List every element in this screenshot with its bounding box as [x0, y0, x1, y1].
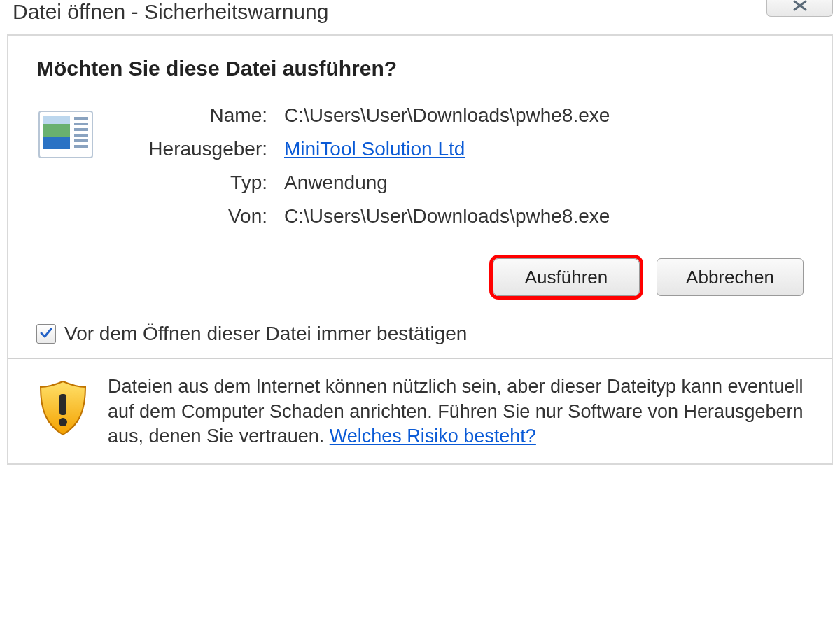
close-icon	[790, 0, 810, 15]
run-button[interactable]: Ausführen	[493, 258, 640, 296]
always-ask-label: Vor dem Öffnen dieser Datei immer bestät…	[64, 323, 467, 345]
label-publisher: Herausgeber:	[113, 138, 267, 160]
dialog-heading: Möchten Sie diese Datei ausführen?	[36, 57, 811, 80]
svg-rect-7	[74, 134, 88, 136]
label-from: Von:	[113, 205, 267, 227]
label-name: Name:	[113, 104, 267, 127]
warning-text: Dateien aus dem Internet können nützlich…	[108, 374, 804, 449]
publisher-link[interactable]: MiniTool Solution Ltd	[284, 138, 465, 160]
button-row: Ausführen Abbrechen	[29, 258, 804, 296]
svg-rect-8	[74, 139, 88, 142]
file-info-grid: Name: C:\Users\User\Downloads\pwhe8.exe …	[113, 104, 610, 227]
value-type: Anwendung	[284, 172, 610, 194]
svg-rect-2	[43, 136, 70, 149]
cancel-button-label: Abbrechen	[686, 267, 774, 288]
checkmark-icon	[39, 323, 53, 345]
application-file-icon	[36, 107, 95, 166]
svg-rect-6	[74, 128, 88, 131]
window-title: Datei öffnen - Sicherheitswarnung	[13, 0, 328, 23]
svg-rect-5	[74, 122, 88, 125]
divider	[8, 358, 832, 359]
security-warning-dialog: Datei öffnen - Sicherheitswarnung Möchte…	[0, 0, 840, 630]
close-button[interactable]	[766, 0, 833, 17]
titlebar: Datei öffnen - Sicherheitswarnung	[0, 0, 840, 29]
risk-link[interactable]: Welches Risiko besteht?	[330, 426, 536, 447]
svg-point-11	[59, 418, 67, 426]
run-button-label: Ausführen	[525, 267, 608, 288]
svg-rect-4	[74, 117, 88, 120]
label-type: Typ:	[113, 172, 267, 194]
file-info-area: Name: C:\Users\User\Downloads\pwhe8.exe …	[36, 104, 811, 227]
always-ask-row: Vor dem Öffnen dieser Datei immer bestät…	[36, 323, 811, 345]
dialog-panel: Möchten Sie diese Datei ausführen? N	[7, 34, 833, 465]
shield-warning-icon	[36, 379, 90, 439]
svg-rect-9	[74, 145, 88, 148]
value-from: C:\Users\User\Downloads\pwhe8.exe	[284, 205, 610, 227]
svg-rect-10	[59, 394, 66, 415]
value-name: C:\Users\User\Downloads\pwhe8.exe	[284, 104, 610, 127]
cancel-button[interactable]: Abbrechen	[657, 258, 804, 296]
warning-area: Dateien aus dem Internet können nützlich…	[29, 374, 811, 449]
always-ask-checkbox[interactable]	[36, 324, 56, 344]
svg-rect-3	[43, 115, 70, 124]
